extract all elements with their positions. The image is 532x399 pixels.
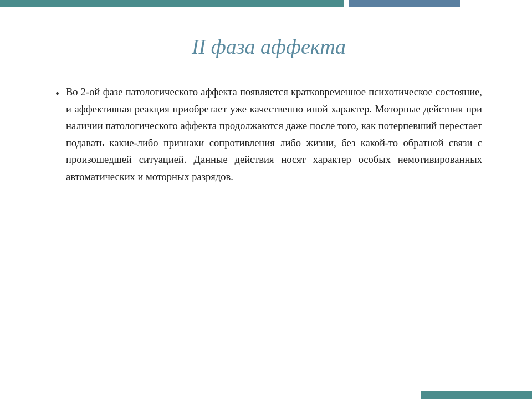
bullet-item: • Во 2-ой фазе патологического аффекта п… — [55, 84, 482, 185]
bottom-decoration — [421, 391, 532, 399]
top-bar-teal — [0, 0, 344, 7]
bullet-dot: • — [55, 85, 59, 103]
top-bar-blue — [349, 0, 460, 7]
top-decoration — [0, 0, 532, 7]
slide-title: II фаза аффекта — [55, 34, 482, 59]
slide: II фаза аффекта • Во 2-ой фазе патологич… — [0, 0, 532, 399]
bullet-text: Во 2-ой фазе патологического аффекта поя… — [66, 84, 482, 185]
slide-content: II фаза аффекта • Во 2-ой фазе патологич… — [17, 7, 515, 207]
content-area: • Во 2-ой фазе патологического аффекта п… — [55, 84, 482, 185]
